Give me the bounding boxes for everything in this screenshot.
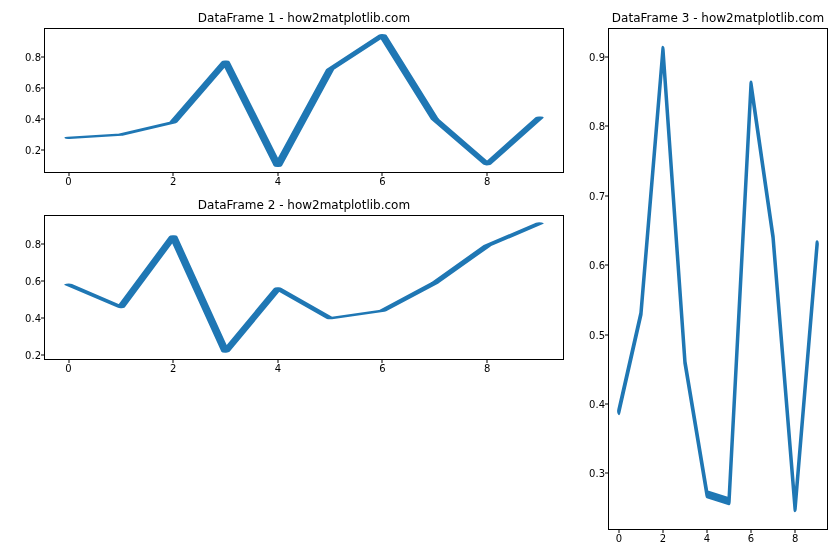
x-tick-label: 4 bbox=[275, 363, 281, 374]
x-tick-mark bbox=[751, 529, 752, 533]
y-tick-mark bbox=[41, 150, 45, 151]
y-tick-mark bbox=[41, 88, 45, 89]
subplot-1-series bbox=[69, 35, 540, 166]
x-tick-mark bbox=[277, 359, 278, 363]
subplot-2-yticks: 0.20.40.60.8 bbox=[15, 216, 41, 359]
x-tick-mark bbox=[706, 529, 707, 533]
subplot-3-title: DataFrame 3 - how2matplotlib.com bbox=[609, 11, 827, 25]
y-tick-mark bbox=[41, 318, 45, 319]
subplot-2-plot bbox=[45, 216, 563, 359]
y-tick-mark bbox=[605, 265, 609, 266]
y-tick-mark bbox=[605, 334, 609, 335]
x-tick-mark bbox=[173, 359, 174, 363]
x-tick-mark bbox=[487, 359, 488, 363]
subplot-2-series bbox=[69, 223, 540, 351]
y-tick-label: 0.2 bbox=[25, 145, 41, 156]
subplot-2: DataFrame 2 - how2matplotlib.com 02468 0… bbox=[44, 215, 564, 360]
x-tick-label: 8 bbox=[484, 176, 490, 187]
x-tick-mark bbox=[795, 529, 796, 533]
subplot-3-plot bbox=[609, 29, 827, 529]
x-tick-label: 0 bbox=[65, 363, 71, 374]
y-tick-mark bbox=[605, 56, 609, 57]
x-tick-label: 6 bbox=[748, 533, 754, 544]
y-tick-label: 0.5 bbox=[589, 329, 605, 340]
y-tick-label: 0.4 bbox=[25, 313, 41, 324]
y-tick-label: 0.4 bbox=[589, 399, 605, 410]
subplot-1: DataFrame 1 - how2matplotlib.com 02468 0… bbox=[44, 28, 564, 173]
x-tick-mark bbox=[173, 172, 174, 176]
subplot-1-yticks: 0.20.40.60.8 bbox=[15, 29, 41, 172]
x-tick-label: 6 bbox=[379, 176, 385, 187]
x-tick-mark bbox=[277, 172, 278, 176]
y-tick-mark bbox=[41, 56, 45, 57]
subplot-2-title: DataFrame 2 - how2matplotlib.com bbox=[45, 198, 563, 212]
x-tick-mark bbox=[662, 529, 663, 533]
subplot-1-plot bbox=[45, 29, 563, 172]
subplot-1-xticks: 02468 bbox=[45, 176, 563, 190]
y-tick-label: 0.8 bbox=[25, 51, 41, 62]
y-tick-mark bbox=[605, 195, 609, 196]
subplot-1-title: DataFrame 1 - how2matplotlib.com bbox=[45, 11, 563, 25]
x-tick-label: 4 bbox=[704, 533, 710, 544]
y-tick-label: 0.4 bbox=[25, 114, 41, 125]
x-tick-label: 2 bbox=[170, 363, 176, 374]
x-tick-label: 8 bbox=[792, 533, 798, 544]
x-tick-label: 2 bbox=[170, 176, 176, 187]
x-tick-label: 6 bbox=[379, 363, 385, 374]
y-tick-mark bbox=[41, 355, 45, 356]
y-tick-mark bbox=[41, 243, 45, 244]
x-tick-mark bbox=[487, 172, 488, 176]
y-tick-mark bbox=[605, 126, 609, 127]
x-tick-label: 0 bbox=[616, 533, 622, 544]
y-tick-label: 0.6 bbox=[25, 276, 41, 287]
y-tick-label: 0.7 bbox=[589, 190, 605, 201]
y-tick-label: 0.6 bbox=[25, 83, 41, 94]
x-tick-mark bbox=[68, 359, 69, 363]
y-tick-label: 0.6 bbox=[589, 260, 605, 271]
subplot-2-xticks: 02468 bbox=[45, 363, 563, 377]
y-tick-mark bbox=[605, 404, 609, 405]
subplot-3: DataFrame 3 - how2matplotlib.com 02468 0… bbox=[608, 28, 828, 530]
x-tick-mark bbox=[382, 172, 383, 176]
y-tick-label: 0.9 bbox=[589, 51, 605, 62]
y-tick-mark bbox=[41, 119, 45, 120]
y-tick-mark bbox=[605, 473, 609, 474]
y-tick-label: 0.8 bbox=[25, 238, 41, 249]
x-tick-label: 8 bbox=[484, 363, 490, 374]
subplot-3-yticks: 0.30.40.50.60.70.80.9 bbox=[579, 29, 605, 529]
y-tick-mark bbox=[41, 281, 45, 282]
figure: DataFrame 1 - how2matplotlib.com 02468 0… bbox=[0, 0, 840, 560]
x-tick-label: 2 bbox=[660, 533, 666, 544]
y-tick-label: 0.8 bbox=[589, 121, 605, 132]
x-tick-mark bbox=[382, 359, 383, 363]
subplot-3-series bbox=[619, 50, 817, 508]
y-tick-label: 0.2 bbox=[25, 350, 41, 361]
x-tick-mark bbox=[68, 172, 69, 176]
x-tick-label: 4 bbox=[275, 176, 281, 187]
x-tick-label: 0 bbox=[65, 176, 71, 187]
x-tick-mark bbox=[618, 529, 619, 533]
subplot-3-xticks: 02468 bbox=[609, 533, 827, 547]
y-tick-label: 0.3 bbox=[589, 468, 605, 479]
